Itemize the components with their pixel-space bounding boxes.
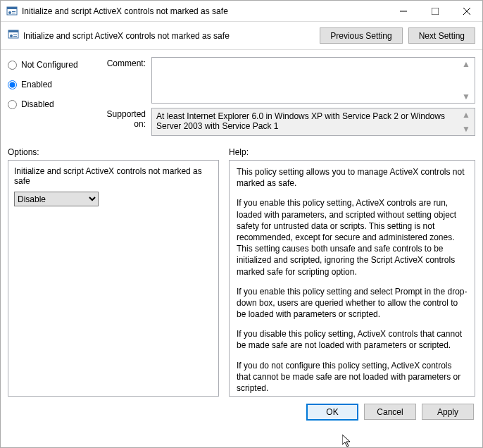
subheader: Initialize and script ActiveX controls n… [1, 22, 482, 50]
minimize-button[interactable] [387, 1, 419, 21]
window-title: Initialize and script ActiveX controls n… [22, 6, 387, 16]
scrollbar[interactable]: ▲▼ [462, 59, 473, 101]
svg-point-2 [8, 11, 11, 14]
scrollbar[interactable]: ▲▼ [462, 110, 473, 134]
options-panel: Initialize and script ActiveX controls n… [8, 160, 219, 397]
svg-rect-12 [13, 35, 17, 35]
radio-enabled[interactable]: Enabled [8, 80, 94, 89]
close-button[interactable] [451, 1, 482, 21]
help-text: If you disable this policy setting, Acti… [237, 328, 468, 351]
ok-button[interactable]: OK [306, 404, 358, 421]
previous-setting-button[interactable]: Previous Setting [320, 27, 402, 44]
svg-rect-4 [12, 13, 15, 13]
supported-on-value: At least Internet Explorer 6.0 in Window… [151, 108, 475, 136]
policy-title: Initialize and script ActiveX controls n… [23, 31, 314, 41]
svg-rect-1 [7, 7, 17, 9]
svg-rect-13 [13, 36, 17, 37]
radio-not-configured[interactable]: Not Configured [8, 60, 94, 70]
help-text: If you do not configure this policy sett… [237, 360, 468, 394]
help-text: This policy setting allows you to manage… [237, 166, 468, 189]
help-text: If you enable this policy setting and se… [237, 286, 468, 321]
option-setting-name: Initialize and script ActiveX controls n… [14, 166, 213, 186]
svg-point-11 [10, 35, 13, 37]
options-label: Options: [8, 143, 219, 160]
titlebar: Initialize and script ActiveX controls n… [1, 1, 482, 22]
comment-label: Comment: [94, 57, 151, 104]
option-dropdown[interactable]: Disable [14, 192, 99, 206]
svg-rect-3 [12, 11, 15, 12]
maximize-button[interactable] [419, 1, 451, 21]
cursor-icon [342, 435, 353, 448]
next-setting-button[interactable]: Next Setting [408, 27, 475, 44]
radio-disabled[interactable]: Disabled [8, 99, 94, 109]
supported-label: Supported on: [94, 108, 151, 136]
policy-icon [8, 29, 19, 42]
help-label: Help: [229, 143, 475, 160]
apply-button[interactable]: Apply [422, 404, 474, 420]
policy-icon [6, 6, 18, 17]
help-text: If you enable this policy setting, Activ… [237, 197, 468, 277]
comment-input[interactable]: ▲▼ [151, 57, 475, 104]
cancel-button[interactable]: Cancel [364, 404, 416, 420]
footer: OK Cancel Apply [1, 397, 482, 428]
svg-rect-10 [8, 30, 18, 32]
svg-rect-6 [432, 8, 439, 15]
help-panel: This policy setting allows you to manage… [229, 160, 475, 397]
state-radios: Not Configured Enabled Disabled [8, 57, 94, 140]
